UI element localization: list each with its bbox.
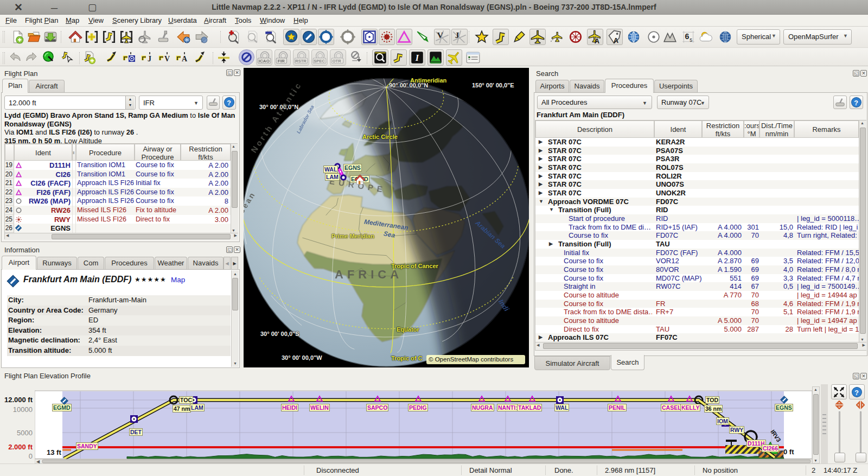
- svg-text:SPEC: SPEC: [314, 59, 325, 64]
- svg-text:FIR: FIR: [278, 59, 285, 64]
- svg-text:6: 6: [685, 32, 690, 41]
- svg-text:I: I: [415, 53, 419, 62]
- svg-text:A: A: [595, 37, 599, 45]
- svg-text:5: 5: [690, 37, 692, 43]
- svg-text:V: V: [437, 30, 443, 40]
- svg-text:J: J: [455, 30, 459, 40]
- svg-text:?: ?: [227, 99, 231, 107]
- svg-text:?: ?: [854, 99, 858, 107]
- svg-text:OTR: OTR: [333, 59, 341, 64]
- svg-text:◀: ◀: [36, 459, 40, 464]
- svg-text:ICAO: ICAO: [259, 59, 270, 64]
- svg-text:A: A: [182, 55, 188, 63]
- svg-text:?: ?: [854, 389, 859, 397]
- svg-text:RSTR: RSTR: [295, 59, 307, 64]
- svg-text:V: V: [164, 55, 170, 63]
- svg-text:A: A: [614, 36, 618, 45]
- svg-text:J: J: [148, 55, 151, 63]
